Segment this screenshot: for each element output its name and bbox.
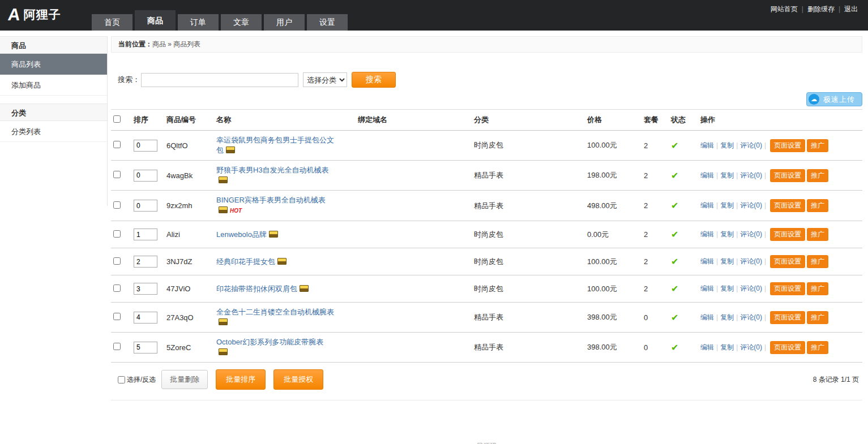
product-price: 100.00元 [585,248,642,275]
product-name-link[interactable]: 全金色十二生肖镂空全自动机械腕表 [216,308,334,316]
batch-authorize-button[interactable]: 批量授权 [273,369,323,390]
action-separator: | [736,141,738,149]
search-input[interactable] [141,73,298,87]
copy-link[interactable]: 复制 [720,313,734,321]
comments-link[interactable]: 评论(0) [740,230,762,238]
invert-selection-checkbox[interactable] [118,376,125,383]
promote-button[interactable]: 推广 [807,341,828,354]
edit-link[interactable]: 编辑 [700,230,714,238]
row-checkbox[interactable] [113,343,121,350]
comments-link[interactable]: 评论(0) [740,201,762,209]
promote-button[interactable]: 推广 [807,282,828,295]
col-category: 分类 [472,110,585,131]
promote-button[interactable]: 推广 [807,139,828,152]
site-home-link[interactable]: 网站首页 [771,5,798,13]
tab-users[interactable]: 用户 [264,14,305,31]
edit-link[interactable]: 编辑 [700,284,714,292]
row-checkbox[interactable] [113,257,121,265]
tab-products[interactable]: 商品 [135,10,176,31]
row-checkbox[interactable] [113,141,121,148]
page-setup-button[interactable]: 页面设置 [770,169,805,182]
status-check-icon: ✔ [671,141,678,150]
table-row: 47JViO 印花抽带搭扣休闲双肩包HOT 时尚皮包 100.00元 2 ✔ 编… [111,275,862,303]
product-name-link[interactable]: October幻影系列多功能皮带腕表 [216,338,323,346]
promote-button[interactable]: 推广 [807,311,828,324]
edit-link[interactable]: 编辑 [700,313,714,321]
promote-button[interactable]: 推广 [807,199,828,212]
clear-cache-link[interactable]: 删除缓存 [807,5,835,13]
copy-link[interactable]: 复制 [720,284,734,292]
page-setup-button[interactable]: 页面设置 [770,311,805,324]
select-all-checkbox[interactable] [113,115,121,123]
promote-button[interactable]: 推广 [807,255,828,268]
tab-home[interactable]: 首页 [92,14,132,31]
tab-settings[interactable]: 设置 [307,14,348,31]
page-setup-button[interactable]: 页面设置 [770,341,805,354]
col-actions: 操作 [698,110,862,131]
sort-input[interactable] [134,256,157,268]
promote-button[interactable]: 推广 [807,169,828,182]
search-button[interactable]: 搜索 [352,72,396,88]
logout-link[interactable]: 退出 [844,5,858,13]
tab-articles[interactable]: 文章 [221,14,262,31]
sort-input[interactable] [134,170,157,182]
page-setup-button[interactable]: 页面设置 [770,255,805,268]
product-category: 时尚皮包 [472,221,585,248]
product-name-cell: 经典印花手提女包HOT [216,257,334,267]
action-separator: | [716,230,718,238]
sidebar-item-category-list[interactable]: 分类列表 [0,121,107,142]
comments-link[interactable]: 评论(0) [740,284,762,292]
product-category: 精品手表 [472,161,585,191]
edit-link[interactable]: 编辑 [700,201,714,209]
page-setup-button[interactable]: 页面设置 [770,199,805,212]
search-label: 搜索： [118,75,140,85]
product-category: 精品手表 [472,333,585,363]
product-name-link[interactable]: BINGER宾格手表男全自动机械表 [216,196,326,204]
comments-link[interactable]: 评论(0) [740,343,762,351]
sort-input[interactable] [134,342,157,354]
edit-link[interactable]: 编辑 [700,257,714,265]
sort-input[interactable] [134,140,157,152]
product-image-icon [300,285,309,292]
comments-link[interactable]: 评论(0) [740,257,762,265]
product-name-cell: BINGER宾格手表男全自动机械表HOT [216,195,334,216]
row-checkbox[interactable] [113,284,121,292]
page-setup-button[interactable]: 页面设置 [770,139,805,152]
product-name-link[interactable]: Lenwebolo品牌 [216,230,267,239]
category-select[interactable]: 选择分类 [303,72,347,87]
comments-link[interactable]: 评论(0) [740,313,762,321]
edit-link[interactable]: 编辑 [700,171,714,179]
copy-link[interactable]: 复制 [720,230,734,238]
copy-link[interactable]: 复制 [720,171,734,179]
sort-input[interactable] [134,200,157,212]
copy-link[interactable]: 复制 [720,141,734,149]
edit-link[interactable]: 编辑 [700,343,714,351]
row-checkbox[interactable] [113,230,121,238]
batch-sort-button[interactable]: 批量排序 [216,369,266,390]
product-name-link[interactable]: 经典印花手提女包 [216,257,275,266]
copy-link[interactable]: 复制 [720,343,734,351]
sort-input[interactable] [134,283,157,295]
action-separator: | [764,313,766,321]
promote-button[interactable]: 推广 [807,228,828,241]
comments-link[interactable]: 评论(0) [740,141,762,149]
sort-input[interactable] [134,312,157,324]
copy-link[interactable]: 复制 [720,201,734,209]
row-checkbox[interactable] [113,201,121,209]
sidebar-item-add-product[interactable]: 添加商品 [0,75,107,96]
edit-link[interactable]: 编辑 [700,141,714,149]
logo[interactable]: A 阿狸子 [8,5,61,24]
product-name-link[interactable]: 野狼手表男H3自发光全自动机械表 [216,166,329,174]
product-name-link[interactable]: 印花抽带搭扣休闲双肩包 [216,284,297,293]
row-checkbox[interactable] [113,313,121,320]
page-setup-button[interactable]: 页面设置 [770,228,805,241]
batch-delete-button[interactable]: 批量删除 [161,370,208,389]
tab-orders[interactable]: 订单 [178,14,219,31]
sort-input[interactable] [134,229,157,240]
sidebar-item-product-list[interactable]: 商品列表 [0,54,107,75]
quick-upload-button[interactable]: ☁ 极速上传 [806,92,862,106]
copy-link[interactable]: 复制 [720,257,734,265]
row-checkbox[interactable] [113,171,121,178]
page-setup-button[interactable]: 页面设置 [770,282,805,295]
comments-link[interactable]: 评论(0) [740,171,762,179]
